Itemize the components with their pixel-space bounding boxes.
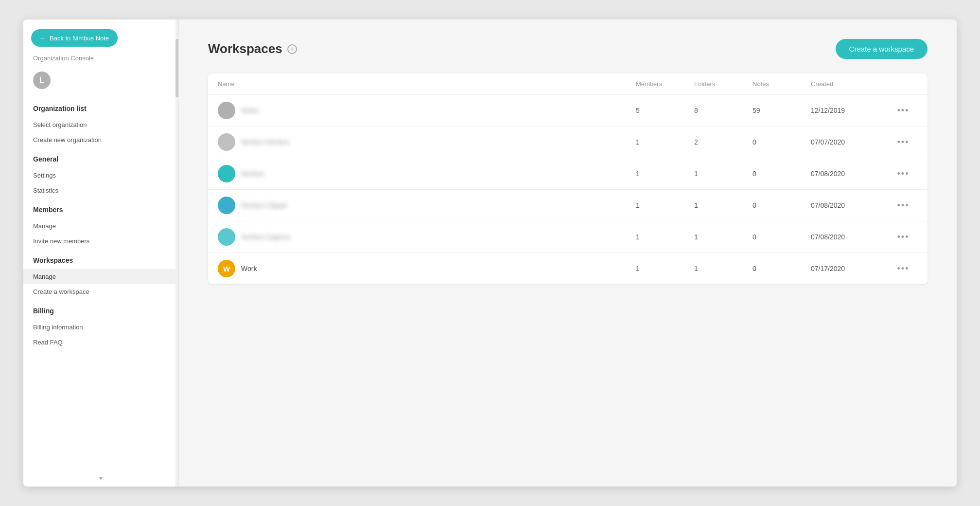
workspace-created: 07/07/2020 xyxy=(811,138,889,146)
table-row: Nimbus Clipper 1 1 0 07/08/2020 ••• xyxy=(208,190,928,221)
page-title-row: Workspaces i xyxy=(208,41,297,56)
workspace-avatar xyxy=(218,197,235,214)
workspace-folders: 2 xyxy=(694,138,752,146)
main-content: Workspaces i Create a workspace Name Mem… xyxy=(179,19,957,487)
workspace-members: 1 xyxy=(636,201,694,209)
workspace-folders: 1 xyxy=(694,170,752,178)
page-header: Workspaces i Create a workspace xyxy=(208,39,928,59)
workspace-name-cell: Nimbus Clipper xyxy=(218,197,636,214)
workspace-name: Nimbus Capture xyxy=(241,233,290,241)
sidebar-nav: Organization list Select organization Cr… xyxy=(23,97,178,487)
workspace-notes: 0 xyxy=(752,265,811,272)
table-row: Nimbus Nimbus 1 2 0 07/07/2020 ••• xyxy=(208,126,928,158)
workspace-avatar: W xyxy=(218,260,235,277)
section-title-members: Members xyxy=(33,206,169,214)
workspace-more-button[interactable]: ••• xyxy=(889,262,918,276)
sidebar-item-workspaces-manage[interactable]: Manage xyxy=(23,269,178,284)
workspace-members: 1 xyxy=(636,265,694,272)
table-row: Notes 5 8 59 12/12/2019 ••• xyxy=(208,95,928,126)
page-title: Workspaces xyxy=(208,41,282,56)
header-members: Members xyxy=(636,80,694,88)
scroll-down-indicator: ▼ xyxy=(98,475,104,482)
header-folders: Folders xyxy=(694,80,752,88)
workspace-members: 1 xyxy=(636,233,694,241)
workspace-members: 1 xyxy=(636,138,694,146)
sidebar-item-create-workspace[interactable]: Create a workspace xyxy=(23,284,178,299)
workspace-notes: 0 xyxy=(752,170,811,178)
workspace-name: Notes xyxy=(241,107,259,114)
sidebar-item-invite-new-members[interactable]: Invite new members xyxy=(23,234,178,249)
workspace-folders: 1 xyxy=(694,265,752,272)
user-avatar-row: L xyxy=(23,68,178,97)
sidebar-item-read-faq[interactable]: Read FAQ xyxy=(23,335,178,350)
section-title-workspaces: Workspaces xyxy=(33,256,169,264)
workspace-more-button[interactable]: ••• xyxy=(889,199,918,213)
header-notes: Notes xyxy=(752,80,811,88)
sidebar-section-general: General xyxy=(23,147,178,168)
workspace-name-cell: W Work xyxy=(218,260,636,277)
workspace-name-cell: Nimbus xyxy=(218,165,636,182)
workspace-name: Nimbus Nimbus xyxy=(241,138,289,146)
header-created: Created xyxy=(811,80,889,88)
section-title-org-list: Organization list xyxy=(33,105,169,112)
workspace-name: Nimbus Clipper xyxy=(241,201,288,209)
sidebar: ← Back to Nimbus Note Organization Conso… xyxy=(23,19,179,487)
workspace-avatar xyxy=(218,165,235,182)
workspace-created: 12/12/2019 xyxy=(811,107,889,114)
table-row: Nimbus 1 1 0 07/08/2020 ••• xyxy=(208,158,928,190)
section-title-general: General xyxy=(33,155,169,163)
create-workspace-header-button[interactable]: Create a workspace xyxy=(836,39,928,59)
workspace-members: 5 xyxy=(636,107,694,114)
workspace-avatar xyxy=(218,228,235,246)
sidebar-item-members-manage[interactable]: Manage xyxy=(23,218,178,234)
back-button-label: Back to Nimbus Note xyxy=(50,35,109,42)
sidebar-section-workspaces: Workspaces xyxy=(23,249,178,269)
workspace-created: 07/08/2020 xyxy=(811,170,889,178)
workspace-avatar xyxy=(218,102,235,119)
avatar: L xyxy=(33,72,51,89)
workspace-more-button[interactable]: ••• xyxy=(889,167,918,181)
workspace-avatar xyxy=(218,133,235,151)
header-actions xyxy=(889,80,918,88)
sidebar-item-settings[interactable]: Settings xyxy=(23,168,178,183)
sidebar-item-select-organization[interactable]: Select organization xyxy=(23,117,178,132)
workspace-created: 07/08/2020 xyxy=(811,233,889,241)
section-title-billing: Billing xyxy=(33,307,169,315)
workspace-name: Work xyxy=(241,265,257,272)
workspace-folders: 1 xyxy=(694,201,752,209)
workspace-name-cell: Notes xyxy=(218,102,636,119)
scrollbar-thumb[interactable] xyxy=(175,39,178,97)
table-header: Name Members Folders Notes Created xyxy=(208,73,928,95)
sidebar-item-statistics[interactable]: Statistics xyxy=(23,183,178,198)
sidebar-item-create-new-organization[interactable]: Create new organization xyxy=(23,132,178,147)
info-icon[interactable]: i xyxy=(287,44,297,54)
org-console-label: Organization Console xyxy=(23,54,178,68)
workspace-notes: 0 xyxy=(752,138,811,146)
workspace-more-button[interactable]: ••• xyxy=(889,230,918,244)
sidebar-section-billing: Billing xyxy=(23,299,178,320)
workspace-name-cell: Nimbus Capture xyxy=(218,228,636,246)
sidebar-section-org: Organization list xyxy=(23,97,178,117)
workspace-name-cell: Nimbus Nimbus xyxy=(218,133,636,151)
workspace-more-button[interactable]: ••• xyxy=(889,135,918,149)
workspace-notes: 0 xyxy=(752,201,811,209)
workspace-created: 07/17/2020 xyxy=(811,265,889,272)
workspace-notes: 59 xyxy=(752,107,811,114)
workspace-name: Nimbus xyxy=(241,170,264,178)
sidebar-item-billing-information[interactable]: Billing information xyxy=(23,320,178,335)
workspace-created: 07/08/2020 xyxy=(811,201,889,209)
back-to-nimbus-button[interactable]: ← Back to Nimbus Note xyxy=(31,29,118,47)
workspace-more-button[interactable]: ••• xyxy=(889,104,918,118)
sidebar-section-members: Members xyxy=(23,198,178,218)
workspace-members: 1 xyxy=(636,170,694,178)
header-name: Name xyxy=(218,80,636,88)
workspace-folders: 1 xyxy=(694,233,752,241)
table-row: W Work 1 1 0 07/17/2020 ••• xyxy=(208,253,928,284)
workspace-notes: 0 xyxy=(752,233,811,241)
table-row: Nimbus Capture 1 1 0 07/08/2020 ••• xyxy=(208,221,928,253)
workspace-table: Name Members Folders Notes Created Notes… xyxy=(208,73,928,284)
workspace-folders: 8 xyxy=(694,107,752,114)
scrollbar-track xyxy=(175,19,178,487)
back-arrow-icon: ← xyxy=(40,34,47,42)
